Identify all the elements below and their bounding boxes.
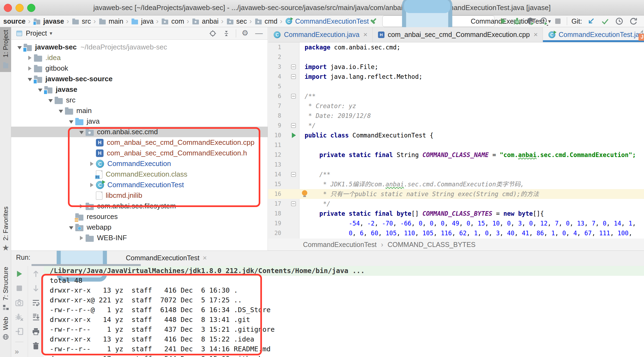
fold-marker-icon[interactable] <box>291 123 296 128</box>
run-gutter-icon[interactable] <box>292 133 296 138</box>
expand-arrow-icon[interactable] <box>80 204 83 208</box>
tree-item-javaweb-sec[interactable]: javaweb-sec~/IdeaProjects/javaweb-sec <box>11 42 268 52</box>
breadcrumb-item[interactable]: main <box>98 17 123 25</box>
run-tab[interactable]: CommandExecutionTest× <box>37 251 211 264</box>
breadcrumb-item[interactable]: sec <box>226 17 247 25</box>
collapse-arrow-icon[interactable] <box>69 226 73 230</box>
more-icon[interactable]: » <box>15 348 24 357</box>
breadcrumb-item[interactable]: cmd <box>254 17 277 25</box>
fold-marker-icon[interactable] <box>291 64 296 69</box>
collapse-all-icon[interactable] <box>222 29 230 37</box>
collapse-arrow-icon[interactable] <box>59 110 63 113</box>
fold-marker-icon[interactable] <box>291 74 296 79</box>
collapse-arrow-icon[interactable] <box>79 131 84 134</box>
breadcrumb-item[interactable]: anbai <box>192 17 218 25</box>
history-icon[interactable] <box>615 17 624 26</box>
up-stack-icon[interactable] <box>31 269 40 278</box>
project-panel-title[interactable]: Project <box>26 29 47 37</box>
chevron-down-icon[interactable]: ▾ <box>50 30 52 36</box>
tool-window-button-favorites[interactable]: 2: Favorites★ <box>0 204 11 253</box>
breadcrumb-item[interactable]: source <box>3 17 26 25</box>
profiler-icon[interactable] <box>540 17 549 26</box>
show-output-icon[interactable] <box>15 327 24 336</box>
tree-item-web-inf[interactable]: WEB-INF <box>11 233 268 243</box>
editor-tab-commandexecution-java[interactable]: CommandExecution.java× <box>268 27 373 42</box>
stop2-icon[interactable] <box>15 284 24 293</box>
print-icon[interactable] <box>31 327 40 336</box>
zoom-window-button[interactable] <box>27 4 35 12</box>
expand-arrow-icon[interactable] <box>90 183 93 187</box>
soft-wrap-icon[interactable] <box>31 298 40 307</box>
rollback-icon[interactable] <box>629 17 638 26</box>
breadcrumb-item[interactable]: java <box>131 17 154 25</box>
minimize-window-button[interactable] <box>15 4 24 12</box>
tree-item-commandexecution[interactable]: CommandExecution <box>11 158 268 169</box>
tree-item--idea[interactable]: .idea <box>11 52 268 63</box>
tree-item-com-anbai-sec-cmd[interactable]: com.anbai.sec.cmd <box>11 127 268 137</box>
tree-item-gitbook[interactable]: gitbook <box>11 63 268 74</box>
camera-icon[interactable] <box>15 298 24 307</box>
debug-icon[interactable] <box>512 17 522 26</box>
git-commit-icon[interactable] <box>601 17 610 26</box>
editor-breadcrumb-item[interactable]: COMMAND_CLASS_BYTES <box>387 241 476 249</box>
tree-item-webapp[interactable]: webapp <box>11 222 268 233</box>
collapse-arrow-icon[interactable] <box>38 89 42 92</box>
clear-icon[interactable] <box>31 341 40 350</box>
expand-arrow-icon[interactable] <box>80 236 83 240</box>
git-update-icon[interactable] <box>586 17 596 26</box>
collapse-arrow-icon[interactable] <box>17 46 22 49</box>
tree-item-com-anbai-sec-cmd-commandexecution-h[interactable]: com_anbai_sec_cmd_CommandExecution.h <box>11 148 268 158</box>
tree-item-resources[interactable]: resources <box>11 211 268 222</box>
tree-item-javaweb-sec-source[interactable]: javaweb-sec-source <box>11 74 268 84</box>
toolbar-right: CommandExecutionTest▾ Git: <box>369 15 641 27</box>
fold-marker-icon[interactable] <box>291 172 296 177</box>
tree-item-main[interactable]: main <box>11 105 268 116</box>
expand-arrow-icon[interactable] <box>28 66 32 71</box>
collapse-arrow-icon[interactable] <box>28 78 32 81</box>
tree-item-javase[interactable]: javase <box>11 84 268 95</box>
breadcrumb-item[interactable]: javase <box>33 17 64 25</box>
tree-item-commandexecutiontest[interactable]: CommandExecutionTest <box>11 180 268 190</box>
locate-icon[interactable] <box>209 29 217 37</box>
breadcrumb-item[interactable]: src <box>71 17 91 25</box>
close-icon[interactable]: × <box>363 30 367 39</box>
debug-detach-icon[interactable] <box>15 312 24 322</box>
editor-tab-com-anbai-sec-cmd-commandexecution-cpp[interactable]: com_anbai_sec_cmd_CommandExecution.cpp× <box>373 27 543 42</box>
fold-marker-icon[interactable] <box>291 201 296 206</box>
run-configuration-select[interactable]: CommandExecutionTest▾ <box>382 15 495 27</box>
editor-tab-commandexecutiontest-java[interactable]: CommandExecutionTest.java× <box>543 27 644 42</box>
close-icon[interactable]: × <box>203 254 207 262</box>
collapse-arrow-icon[interactable] <box>48 99 53 102</box>
expand-arrow-icon[interactable] <box>90 162 93 166</box>
tree-item-java[interactable]: java <box>11 116 268 127</box>
hide-icon[interactable]: — <box>255 29 263 37</box>
fold-marker-icon[interactable] <box>291 94 296 99</box>
down-stack-icon[interactable] <box>31 284 40 293</box>
stop-icon[interactable] <box>553 17 562 26</box>
scroll-end-icon[interactable] <box>31 312 40 322</box>
breadcrumb-item[interactable]: CommandExecutionTest <box>285 17 369 25</box>
close-icon[interactable]: × <box>534 30 538 39</box>
collapse-arrow-icon[interactable] <box>69 120 73 124</box>
tree-item-libcmd-jnilib[interactable]: libcmd.jnilib <box>11 190 268 201</box>
build-hammer-icon[interactable] <box>369 17 378 26</box>
code-editor[interactable]: 1package com.anbai.sec.cmd;23import java… <box>268 42 644 239</box>
rerun-icon[interactable] <box>15 269 24 278</box>
close-window-button[interactable] <box>4 4 12 12</box>
coverage-icon[interactable] <box>526 17 535 26</box>
breadcrumb-item[interactable]: com <box>161 17 184 25</box>
tool-window-button-structure[interactable]: 7: Structure <box>0 264 11 314</box>
tree-item-src[interactable]: src <box>11 95 268 105</box>
tool-window-button-project[interactable]: 1: Project <box>0 27 11 72</box>
hidden-tab-icon[interactable] <box>637 29 644 40</box>
editor-breadcrumb-item[interactable]: CommandExecutionTest <box>303 241 377 249</box>
tree-item-com-anbai-sec-cmd-commandexecution-cpp[interactable]: com_anbai_sec_cmd_CommandExecution.cpp <box>11 137 268 148</box>
intention-bulb-icon[interactable] <box>302 190 307 196</box>
tree-item-commandexecution-class[interactable]: CommandExecution.class <box>11 169 268 180</box>
run-icon[interactable] <box>499 17 508 26</box>
tool-window-button-web[interactable]: Web <box>0 314 11 343</box>
source-folder-icon <box>75 119 83 125</box>
expand-arrow-icon[interactable] <box>28 56 32 60</box>
settings-icon[interactable]: ⚙ <box>242 29 250 37</box>
tree-item-com-anbai-sec-filesystem[interactable]: com.anbai.sec.filesystem <box>11 201 268 211</box>
